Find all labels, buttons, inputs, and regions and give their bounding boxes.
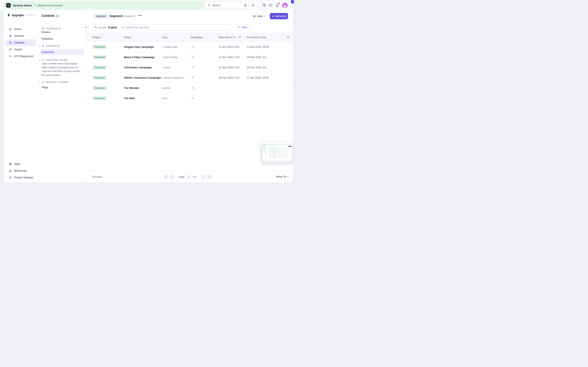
sidebar-item-webhooks[interactable]: Webhooks <box>5 167 36 174</box>
description-richtext-button[interactable] <box>190 85 196 91</box>
variants-item-segments[interactable]: Segments <box>40 49 84 55</box>
view-button[interactable]: View <box>252 13 267 19</box>
chevron-down-icon[interactable]: ▾ <box>39 59 41 61</box>
user-avatar[interactable] <box>282 2 288 8</box>
sidebar-item-project-settings[interactable]: Project Settings <box>5 174 36 181</box>
sidebar-item-label: Project Settings <box>14 176 33 179</box>
column-header-end-date[interactable]: End Date & Time <box>247 36 283 39</box>
first-page-button[interactable]: « <box>163 174 168 180</box>
page-size-label: Show 15 <box>276 175 286 178</box>
feedback-button[interactable] <box>269 3 273 7</box>
global-search[interactable]: Search <box>205 2 257 8</box>
sidebar-item-assets[interactable]: Assets <box>5 46 36 53</box>
chevron-down-icon[interactable]: ▾ <box>39 45 41 47</box>
column-header-stages[interactable]: Stages <box>92 36 124 39</box>
table-row[interactable]: Published Christmas Campaign c-xmas 30 N… <box>86 62 293 73</box>
item-search[interactable] <box>119 24 232 31</box>
chevron-down-icon <box>264 15 266 17</box>
status-badge: Published <box>92 65 107 70</box>
cell-slug: men <box>162 97 190 100</box>
sidebar-item-schema[interactable]: Schema <box>5 33 36 39</box>
last-page-button[interactable]: » <box>207 174 212 180</box>
sidebar-item-label: API Playground <box>14 55 33 58</box>
table-row[interactable]: Published For Women women - - <box>86 83 293 93</box>
sort-ascending-icon[interactable] <box>239 36 241 39</box>
cell-slug: c-singles-day <box>162 46 190 49</box>
table-row[interactable]: Published Winter Clearance Campaign c-wi… <box>86 73 293 83</box>
mini-filter <box>269 146 275 147</box>
description-richtext-button[interactable] <box>190 65 196 70</box>
screenshot-preview-thumbnail[interactable] <box>262 143 293 162</box>
default-views-item-page[interactable]: Page <box>42 86 48 89</box>
description-richtext-button[interactable] <box>190 55 196 60</box>
logo-text: hygraph <box>12 13 24 17</box>
logo[interactable]: hygraph STUDIO <box>7 13 35 17</box>
column-header-slug[interactable]: slug <box>162 36 190 39</box>
search-icon <box>208 4 211 7</box>
sidebar-item-api-playground[interactable]: API Playground <box>5 53 36 59</box>
model-chip[interactable]: Segment <box>94 14 108 19</box>
sidebar-item-home[interactable]: Home <box>5 26 36 33</box>
paperclip-icon <box>9 48 12 51</box>
status-badge: Published <box>92 96 107 100</box>
table-row[interactable]: Published For Men men - - <box>86 93 293 103</box>
notifications-button[interactable] <box>275 3 279 7</box>
help-button[interactable] <box>262 3 266 7</box>
section-label: CUSTOM VIEWS <box>46 59 67 61</box>
cell-start-date: 11 Nov 2025, 0:00 <box>219 46 247 49</box>
variants-section-header[interactable]: ▾ VARIANTS <box>42 45 60 47</box>
schedule-item-entries[interactable]: Entries <box>42 31 50 34</box>
recent-search-button[interactable] <box>249 2 257 8</box>
cell-start-date: - <box>219 97 247 100</box>
cell-name: Christmas Campaign <box>124 66 162 69</box>
page-size-selector[interactable]: Show 15 ▾ <box>276 175 288 178</box>
custom-views-section-header[interactable]: ▾ CUSTOM VIEWS <box>42 58 67 61</box>
column-header-name[interactable]: Name <box>124 36 162 39</box>
column-header-start-date[interactable]: Start Date & Ti... <box>219 36 247 39</box>
collapse-panel-button[interactable] <box>83 25 89 30</box>
folder-icon <box>42 58 45 61</box>
sliders-icon <box>253 15 256 18</box>
schedule-section-header[interactable]: SCHEDULE <box>42 27 61 30</box>
column-header-description[interactable]: Description <box>190 36 219 39</box>
locale-selector[interactable]: Locale: English <box>92 24 116 31</box>
table-row[interactable]: Published Black Friday Campaign c-black-… <box>86 52 293 62</box>
sidebar: hygraph STUDIO Home Schema <box>4 10 38 183</box>
description-richtext-button[interactable] <box>190 96 196 101</box>
filter-row: Locale: English Filter <box>86 24 293 31</box>
table-settings-gear-icon[interactable] <box>286 35 290 39</box>
filter-button[interactable]: Filter <box>235 24 250 31</box>
saved-search-button[interactable] <box>241 2 249 8</box>
project-avatar[interactable]: VD <box>6 3 11 8</box>
folder-icon <box>42 81 45 83</box>
description-richtext-button[interactable] <box>190 44 196 50</box>
sidebar-item-apps[interactable]: Apps <box>5 160 36 167</box>
variants-pin-icon <box>42 45 45 47</box>
global-search-field[interactable]: Search <box>206 4 241 7</box>
cell-end-date: 29 Nov 2025, 23:... <box>247 56 283 59</box>
chevron-down-icon[interactable]: ▾ <box>39 81 41 83</box>
sidebar-item-label: Assets <box>14 48 22 51</box>
caret-down-icon: ▾ <box>287 176 288 178</box>
item-search-input[interactable] <box>126 26 232 29</box>
add-entry-button[interactable]: + Add entry <box>270 13 288 19</box>
table-row[interactable]: Published Singles Day Campaign c-singles… <box>86 42 293 52</box>
cell-start-date: 29 Dec 2025, 0:00 <box>219 76 247 79</box>
environment-banner[interactable]: VD Variants Demo Master Environment <box>4 1 204 9</box>
cell-slug: women <box>162 87 190 90</box>
previous-page-button[interactable]: ‹ <box>170 174 175 180</box>
mini-topbar <box>263 144 292 145</box>
next-page-button[interactable]: › <box>201 174 205 180</box>
description-richtext-button[interactable] <box>190 75 196 80</box>
sidebar-item-content[interactable]: Content <box>5 39 36 46</box>
content-panel-title: Content <box>42 14 54 18</box>
more-menu-icon[interactable]: ••• <box>138 14 142 17</box>
cell-start-date: - <box>219 87 247 90</box>
page-number-input[interactable] <box>186 174 191 180</box>
schedule-item-releases[interactable]: Releases <box>42 37 53 40</box>
status-badge: Published <box>92 86 107 90</box>
default-views-section-header[interactable]: ▾ DEFAULT VIEWS <box>42 81 68 83</box>
folder-plus-icon[interactable] <box>56 14 59 17</box>
sidebar-item-label: Home <box>14 27 21 31</box>
table-header: Stages Name slug Description Start Date … <box>86 33 293 42</box>
